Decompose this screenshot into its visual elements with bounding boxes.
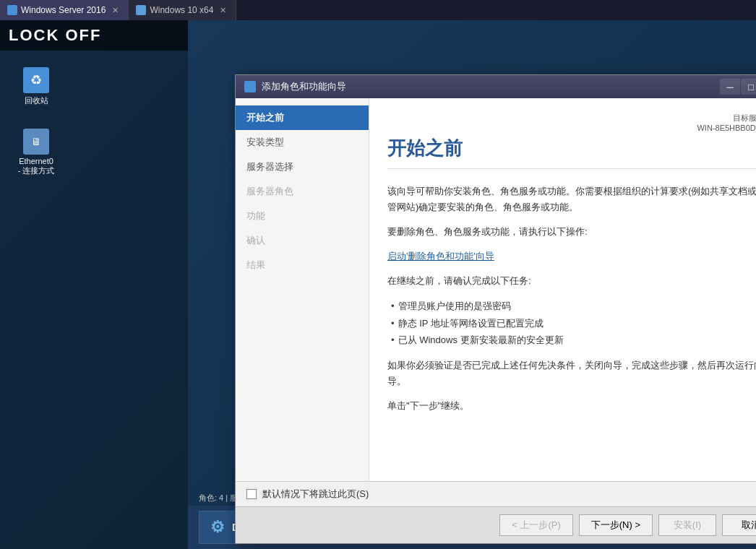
bullet-item-3: • 已从 Windows 更新安装最新的安全更新 <box>391 332 756 348</box>
bullet-item-1: • 管理员账户使用的是强密码 <box>391 298 756 314</box>
lock-off-banner: LOCK OFF <box>0 20 188 51</box>
nav-item-install-type[interactable]: 安装类型 <box>236 130 369 155</box>
tab-label-server: Windows Server 2016 <box>21 5 106 15</box>
wizard-body: 开始之前 安装类型 服务器选择 服务器角色 功能 确认 <box>236 98 756 481</box>
bullet-item-2: • 静态 IP 地址等网络设置已配置完成 <box>391 315 756 332</box>
network-img: 🖥 <box>23 129 49 155</box>
nav-item-confirm: 确认 <box>236 228 369 253</box>
bullet-list: • 管理员账户使用的是强密码 • 静态 IP 地址等网络设置已配置完成 • 已从… <box>391 298 756 348</box>
wizard-nav: 开始之前 安装类型 服务器选择 服务器角色 功能 确认 <box>236 98 369 481</box>
content-para2: 要删除角色、角色服务或功能，请执行以下操作: <box>387 224 756 240</box>
tab-close-server[interactable]: ✕ <box>109 4 121 16</box>
next-button[interactable]: 下一步(N) > <box>579 514 653 536</box>
network-icon-desktop[interactable]: 🖥 Ethernet0 - 连接方式 <box>11 123 61 182</box>
desktop-sidebar: LOCK OFF ♻ 回收站 🖥 Ethernet0 - 连接方式 <box>0 20 188 549</box>
tab-windows-server[interactable]: Windows Server 2016 ✕ <box>0 0 129 20</box>
wizard-title-icon <box>244 81 256 92</box>
main-area: ⚙ 服务器管理器 ─ □ ✕ (I) 工具(T) 视图(V) 帮助(H) 隐藏 <box>188 20 756 549</box>
wizard-heading: 开始之前 <box>387 136 756 169</box>
nav-item-features: 功能 <box>236 204 369 228</box>
nav-item-results: 结果 <box>236 253 369 277</box>
install-button[interactable]: 安装(I) <box>658 514 716 536</box>
wizard-dialog: 添加角色和功能向导 ─ □ ✕ 开始之前 安装类型 <box>235 74 756 544</box>
recycle-bin-img: ♻ <box>23 67 49 93</box>
wizard-maximize-btn[interactable]: □ <box>741 79 756 95</box>
tab-label-win10: Windows 10 x64 <box>150 5 213 15</box>
wizard-minimize-btn[interactable]: ─ <box>720 79 740 95</box>
content-link: 启动'删除角色和功能'向导 <box>387 248 756 264</box>
windows-tab-icon <box>136 5 146 15</box>
server-tab-icon <box>7 5 17 15</box>
recycle-bin-label: 回收站 <box>25 95 48 106</box>
wizard-buttons-row: < 上一步(P) 下一步(N) > 安装(I) 取消 <box>236 506 756 543</box>
cancel-button[interactable]: 取消 <box>722 514 756 536</box>
desktop-icons-area: ♻ 回收站 🖥 Ethernet0 - 连接方式 <box>0 51 188 193</box>
skip-page-checkbox[interactable] <box>246 489 257 499</box>
wizard-link[interactable]: 启动'删除角色和功能'向导 <box>387 251 494 261</box>
content-para3: 在继续之前，请确认完成以下任务: <box>387 273 756 289</box>
nav-item-server-role: 服务器角色 <box>236 179 369 204</box>
content-para4: 如果你必须验证是否已完成上述任何先决条件，关闭向导，完成这些步骤，然后再次运行向… <box>387 358 756 389</box>
nav-item-server-select[interactable]: 服务器选择 <box>236 155 369 179</box>
wizard-footer: 默认情况下将跳过此页(S) <box>236 481 756 506</box>
taskbar: Windows Server 2016 ✕ Windows 10 x64 ✕ <box>0 0 756 20</box>
content-para1: 该向导可帮助你安装角色、角色服务或功能。你需要根据组织的计算要求(例如共享文档或… <box>387 183 756 215</box>
lock-off-text: LOCK OFF <box>9 26 101 44</box>
wizard-titlebar: 添加角色和功能向导 ─ □ ✕ <box>236 75 756 98</box>
target-server-name: WIN-8E5HBB0DLMC <box>697 124 756 132</box>
tab-close-win10[interactable]: ✕ <box>217 4 228 16</box>
tab-windows10[interactable]: Windows 10 x64 ✕ <box>129 0 236 20</box>
prev-button[interactable]: < 上一步(P) <box>499 514 573 536</box>
dhcp-icon: ⚙ <box>210 518 225 537</box>
recycle-bin-icon[interactable]: ♻ 回收站 <box>11 61 61 112</box>
wizard-title: 添加角色和功能向导 <box>262 80 346 93</box>
skip-page-label: 默认情况下将跳过此页(S) <box>262 488 369 501</box>
network-label: Ethernet0 - 连接方式 <box>17 157 56 176</box>
wizard-controls: ─ □ ✕ <box>720 79 756 95</box>
target-server-label: 目标服务器 <box>733 113 756 122</box>
desktop: LOCK OFF ♻ 回收站 🖥 Ethernet0 - 连接方式 ⚙ 服务器管… <box>0 20 756 549</box>
wizard-content: 目标服务器 WIN-8E5HBB0DLMC 开始之前 该向导可帮助你安装角色、角… <box>369 98 756 481</box>
target-server-info: 目标服务器 WIN-8E5HBB0DLMC <box>387 113 756 132</box>
content-para5: 单击"下一步"继续。 <box>387 398 756 414</box>
skip-page-checkbox-area: 默认情况下将跳过此页(S) <box>246 488 756 501</box>
nav-item-start[interactable]: 开始之前 <box>236 105 369 130</box>
